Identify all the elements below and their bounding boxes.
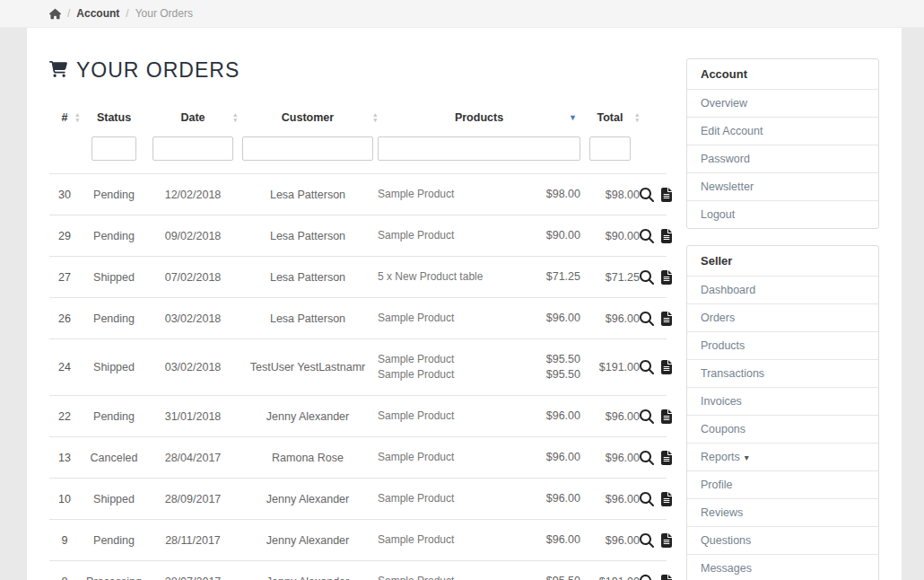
invoice-icon[interactable] xyxy=(660,492,673,506)
sidebar-item-messages[interactable]: Messages xyxy=(687,554,878,580)
view-order-icon[interactable] xyxy=(640,575,654,580)
order-date: 28/04/2017 xyxy=(148,452,238,464)
order-customer: Jenny Alexander xyxy=(238,576,378,580)
order-date: 12/02/2018 xyxy=(148,189,238,201)
order-customer: TestUser YestLastnamr xyxy=(238,361,378,373)
order-customer: Lesa Patterson xyxy=(238,230,378,242)
order-total: $96.00 xyxy=(580,410,640,423)
sidebar-item-password[interactable]: Password xyxy=(687,145,878,172)
status-filter-input[interactable] xyxy=(92,136,136,161)
home-icon[interactable] xyxy=(49,8,61,20)
order-total: $98.00 xyxy=(580,189,640,201)
order-actions xyxy=(640,188,675,202)
orders-section: YOUR ORDERS # ▴▾ Status Date ▴▾ Customer… xyxy=(49,53,667,580)
order-id: 10 xyxy=(49,493,80,505)
order-prices: $96.00 xyxy=(528,532,580,548)
order-actions xyxy=(640,360,675,374)
sidebar-panel: Seller DashboardOrdersProductsTransactio… xyxy=(686,245,879,580)
order-actions xyxy=(640,229,675,243)
order-actions xyxy=(640,451,675,465)
order-id: 24 xyxy=(49,361,80,373)
order-row: 9 Pending 28/11/2017 Jenny Alexander Sam… xyxy=(49,520,667,561)
order-actions xyxy=(640,270,675,285)
view-order-icon[interactable] xyxy=(640,188,654,202)
page-content: YOUR ORDERS # ▴▾ Status Date ▴▾ Customer… xyxy=(27,28,902,580)
sidebar-item-newsletter[interactable]: Newsletter xyxy=(687,172,878,200)
sidebar-item-profile[interactable]: Profile xyxy=(687,470,878,498)
sidebar-item-questions[interactable]: Questions xyxy=(687,526,878,554)
view-order-icon[interactable] xyxy=(640,270,654,285)
orders-filter-row xyxy=(49,136,667,174)
column-header-total[interactable]: Total ▴▾ xyxy=(580,108,640,127)
invoice-icon[interactable] xyxy=(660,451,673,465)
sidebar-item-edit-account[interactable]: Edit Account xyxy=(687,117,878,145)
column-header-id[interactable]: # ▴▾ xyxy=(49,108,80,127)
orders-table-header: # ▴▾ Status Date ▴▾ Customer ▴▾ Products… xyxy=(49,108,667,127)
invoice-icon[interactable] xyxy=(660,409,673,424)
invoice-icon[interactable] xyxy=(660,575,673,580)
sidebar-item-reviews[interactable]: Reviews xyxy=(687,498,878,526)
view-order-icon[interactable] xyxy=(640,229,654,243)
sidebar-item-dashboard[interactable]: Dashboard xyxy=(687,276,878,303)
invoice-icon[interactable] xyxy=(660,229,673,243)
view-order-icon[interactable] xyxy=(640,492,654,506)
order-customer: Lesa Patterson xyxy=(238,189,378,201)
column-header-status[interactable]: Status xyxy=(80,108,148,127)
cart-icon xyxy=(49,60,67,81)
total-filter-input[interactable] xyxy=(589,136,631,161)
column-header-products[interactable]: Products ▼ xyxy=(378,108,580,127)
order-prices: $96.00 xyxy=(528,409,580,424)
date-filter-input[interactable] xyxy=(153,136,233,161)
sidebar-item-coupons[interactable]: Coupons xyxy=(687,415,878,443)
order-total: $71.25 xyxy=(580,271,640,284)
view-order-icon[interactable] xyxy=(640,451,654,465)
sidebar-item-overview[interactable]: Overview xyxy=(687,89,878,117)
invoice-icon[interactable] xyxy=(660,270,673,285)
breadcrumb-account[interactable]: Account xyxy=(76,7,119,20)
invoice-icon[interactable] xyxy=(660,360,673,374)
view-order-icon[interactable] xyxy=(640,533,654,548)
order-products: 5 x New Product table xyxy=(378,269,528,285)
order-id: 8 xyxy=(49,576,80,580)
sidebar-item-transactions[interactable]: Transactions xyxy=(687,359,878,387)
order-id: 9 xyxy=(49,534,80,547)
order-products: Sample Product xyxy=(378,532,528,548)
sidebar-item-logout[interactable]: Logout xyxy=(687,200,878,228)
order-prices: $71.25 xyxy=(528,269,580,285)
customer-filter-input[interactable] xyxy=(242,136,373,161)
invoice-icon[interactable] xyxy=(660,533,673,548)
order-status: Pending xyxy=(80,534,148,547)
view-order-icon[interactable] xyxy=(640,312,654,326)
order-customer: Ramona Rose xyxy=(238,452,378,464)
order-total: $96.00 xyxy=(580,534,640,547)
order-total: $96.00 xyxy=(580,452,640,464)
view-order-icon[interactable] xyxy=(640,409,654,424)
view-order-icon[interactable] xyxy=(640,360,654,374)
order-status: Pending xyxy=(80,312,148,325)
order-prices: $96.00 xyxy=(528,491,580,506)
invoice-icon[interactable] xyxy=(660,188,673,202)
sort-icon: ▴▾ xyxy=(75,112,79,123)
order-date: 28/07/2017 xyxy=(148,576,238,580)
sidebar-item-reports[interactable]: Reports▾ xyxy=(687,443,878,470)
order-actions xyxy=(640,492,675,506)
order-customer: Lesa Patterson xyxy=(238,271,378,284)
order-products: Sample ProductSample Product xyxy=(378,352,528,382)
products-filter-input[interactable] xyxy=(378,136,580,161)
order-row: 22 Pending 31/01/2018 Jenny Alexander Sa… xyxy=(49,396,667,437)
order-actions xyxy=(640,575,675,580)
sidebar-item-products[interactable]: Products xyxy=(687,331,878,359)
order-prices: $95.50 xyxy=(528,574,580,580)
column-header-date[interactable]: Date ▴▾ xyxy=(148,108,238,127)
order-prices: $90.00 xyxy=(528,228,580,243)
order-actions xyxy=(640,409,675,424)
panel-title: Account xyxy=(687,59,878,89)
order-row: 10 Shipped 28/09/2017 Jenny Alexander Sa… xyxy=(49,479,667,520)
sidebar-item-invoices[interactable]: Invoices xyxy=(687,387,878,415)
order-date: 03/02/2018 xyxy=(148,361,238,373)
column-header-customer[interactable]: Customer ▴▾ xyxy=(238,108,378,127)
order-date: 31/01/2018 xyxy=(148,410,238,423)
invoice-icon[interactable] xyxy=(660,312,673,326)
sidebar-item-orders[interactable]: Orders xyxy=(687,303,878,331)
order-status: Pending xyxy=(80,230,148,242)
